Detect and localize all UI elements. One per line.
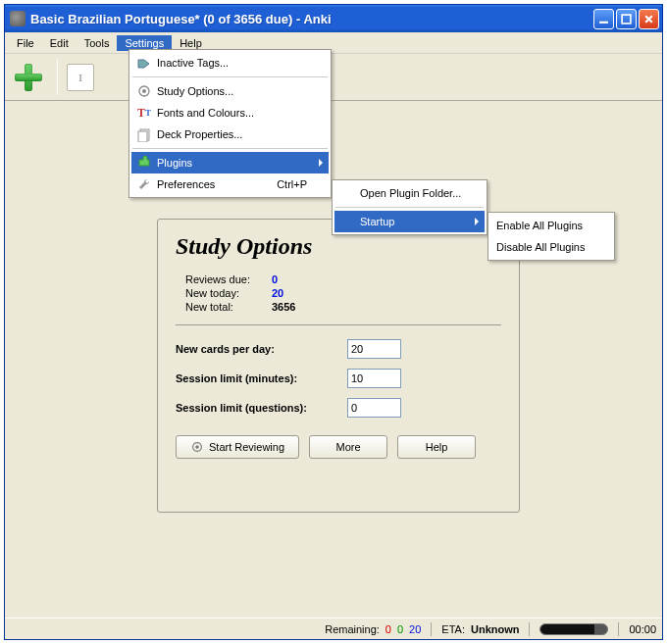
startup-submenu: Enable All Plugins Disable All Plugins (487, 212, 615, 261)
gear-icon (136, 83, 152, 99)
remaining-green: 0 (397, 623, 403, 635)
titlebar: Basic Brazilian Portuguese* (0 of 3656 d… (5, 5, 662, 32)
menu-preferences[interactable]: Preferences Ctrl+P (131, 173, 329, 195)
help-button[interactable]: Help (397, 435, 476, 459)
plus-icon (15, 64, 42, 91)
new-today-label: New today: (185, 287, 272, 299)
new-cards-input[interactable] (347, 339, 401, 359)
clock: 00:00 (629, 623, 656, 635)
gear-icon (190, 440, 204, 454)
menu-deck-properties[interactable]: Deck Properties... (131, 124, 329, 145)
progress-bar (539, 623, 608, 635)
svg-rect-1 (622, 15, 631, 24)
panel-heading: Study Options (176, 233, 501, 260)
add-card-button[interactable] (9, 58, 48, 97)
status-sep2 (529, 622, 530, 636)
study-options-panel: Study Options Reviews due: 0 New today: … (157, 219, 520, 513)
start-reviewing-button[interactable]: Start Reviewing (176, 435, 299, 459)
eta-value: Unknown (471, 623, 520, 635)
menu-open-plugin-folder[interactable]: Open Plugin Folder... (334, 182, 485, 204)
toolbar-separator (57, 60, 58, 95)
menu-edit[interactable]: Edit (42, 35, 77, 51)
menu-plugins[interactable]: Plugins (131, 152, 329, 173)
new-cards-label: New cards per day: (176, 343, 347, 355)
svg-rect-7 (138, 131, 147, 142)
help-label: Help (426, 441, 448, 453)
window-title: Basic Brazilian Portuguese* (0 of 3656 d… (30, 12, 593, 26)
maximize-button[interactable] (616, 9, 637, 29)
new-total-label: New total: (185, 301, 272, 313)
tag-icon (136, 55, 152, 71)
menu-enable-all-plugins-label: Enable All Plugins (496, 220, 583, 231)
toolbar: I (5, 54, 662, 101)
minimize-button[interactable] (593, 9, 614, 29)
session-q-input[interactable] (347, 398, 401, 418)
menu-inactive-tags[interactable]: Inactive Tags... (131, 52, 329, 74)
deck-icon (136, 126, 152, 142)
reviews-due-label: Reviews due: (185, 273, 272, 285)
menu-preferences-shortcut: Ctrl+P (277, 178, 307, 190)
wrench-icon (136, 176, 152, 192)
eta-label: ETA: (441, 623, 465, 635)
app-window: Basic Brazilian Portuguese* (0 of 3656 d… (4, 4, 663, 640)
session-min-label: Session limit (minutes): (176, 372, 347, 384)
reviews-due-value: 0 (272, 273, 278, 285)
app-icon (10, 11, 26, 26)
session-min-input[interactable] (347, 369, 401, 388)
menu-disable-all-plugins-label: Disable All Plugins (496, 241, 586, 253)
menubar: File Edit Tools Settings Help (5, 32, 662, 54)
svg-rect-0 (599, 21, 608, 23)
remaining-red: 0 (385, 623, 391, 635)
svg-point-3 (195, 445, 199, 449)
menu-inactive-tags-label: Inactive Tags... (157, 57, 229, 69)
session-q-label: Session limit (questions): (176, 402, 347, 414)
text-style-indicator[interactable]: I (67, 64, 94, 91)
remaining-blue: 20 (409, 623, 421, 635)
menu-plugins-label: Plugins (157, 157, 192, 169)
submenu-arrow-icon (475, 218, 479, 225)
more-label: More (336, 441, 361, 453)
menu-separator (335, 207, 484, 208)
close-button[interactable] (639, 9, 659, 29)
menu-fonts-colours-label: Fonts and Colours... (157, 107, 254, 119)
menu-study-options[interactable]: Study Options... (131, 80, 329, 102)
status-sep3 (618, 622, 619, 636)
menu-tools[interactable]: Tools (77, 35, 118, 51)
menu-file[interactable]: File (9, 35, 42, 51)
menu-startup-label: Startup (360, 216, 394, 227)
status-sep (431, 622, 432, 636)
fonts-icon: TT (136, 105, 152, 121)
more-button[interactable]: More (309, 435, 387, 459)
menu-deck-properties-label: Deck Properties... (157, 128, 242, 140)
remaining-label: Remaining: (325, 623, 380, 635)
settings-menu: Inactive Tags... Study Options... TT Fon… (128, 49, 332, 198)
new-total-value: 3656 (272, 301, 295, 313)
menu-disable-all-plugins[interactable]: Disable All Plugins (490, 236, 612, 258)
statusbar: Remaining: 0 0 20 ETA: Unknown 00:00 (5, 618, 662, 639)
submenu-arrow-icon (319, 159, 323, 167)
menu-preferences-label: Preferences (157, 178, 215, 190)
menu-fonts-colours[interactable]: TT Fonts and Colours... (131, 102, 329, 124)
panel-divider (176, 324, 501, 325)
svg-point-5 (142, 89, 146, 93)
puzzle-icon (136, 155, 152, 171)
menu-study-options-label: Study Options... (157, 85, 233, 97)
menu-open-plugin-folder-label: Open Plugin Folder... (360, 187, 461, 199)
menu-separator (132, 76, 328, 77)
menu-enable-all-plugins[interactable]: Enable All Plugins (490, 215, 612, 236)
start-reviewing-label: Start Reviewing (209, 441, 284, 453)
menu-separator (132, 148, 328, 149)
new-today-value: 20 (272, 287, 283, 299)
plugins-submenu: Open Plugin Folder... Startup (332, 179, 487, 235)
menu-startup[interactable]: Startup (334, 211, 485, 232)
